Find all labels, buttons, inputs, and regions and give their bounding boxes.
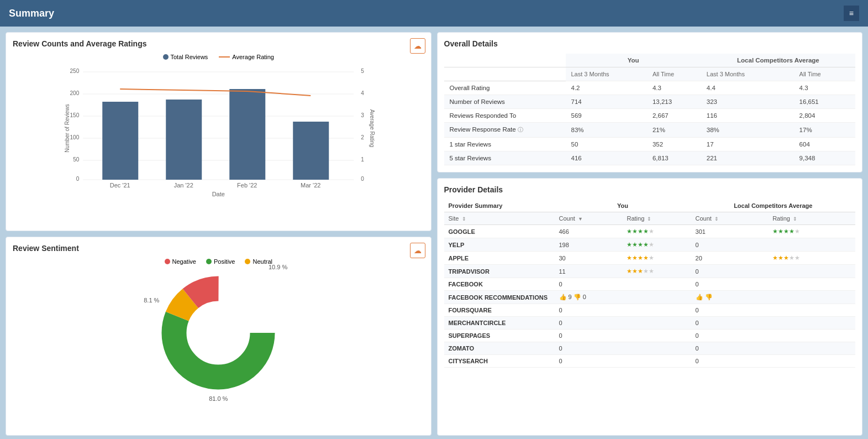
provider-row: MERCHANTCIRCLE 0 0 [444, 317, 856, 330]
provider-you-rating [622, 330, 691, 342]
provider-comp-rating [768, 317, 855, 330]
chart-area: 250 200 150 100 50 0 5 4 3 2 1 0 Number … [13, 65, 424, 197]
comp-3m-value: 323 [701, 95, 794, 109]
avg-rating-line-chart [120, 89, 311, 96]
metric-label: 5 star Reviews [444, 151, 566, 165]
you-rating-col-header[interactable]: Rating ⇕ [622, 212, 691, 225]
provider-site: GOOGLE [444, 225, 555, 238]
comp-count-col-header[interactable]: Count ⇕ [691, 212, 769, 225]
overall-details-table: You Local Competitors Average Last 3 Mon… [444, 54, 856, 165]
provider-comp-count: 0 [691, 330, 769, 342]
provider-you-count: 0 [555, 342, 623, 355]
provider-details-panel: Provider Details Provider Summary You Lo… [437, 178, 863, 436]
review-counts-download-button[interactable]: ☁ [410, 38, 425, 54]
metric-label: Number of Reviews [444, 95, 566, 109]
comp-last3-header: Last 3 Months [701, 67, 794, 81]
provider-row: GOOGLE 466 ★★★★★ 301 ★★★★★ [444, 225, 856, 238]
you-alltime-header: All Time [647, 67, 701, 81]
svg-text:200: 200 [70, 90, 80, 96]
overall-row: Review Response Rate ⓘ 83% 21% 38% 17% [444, 123, 856, 138]
overall-row: Number of Reviews 714 13,213 323 16,651 [444, 95, 856, 109]
main-content: Review Counts and Average Ratings ☁ Tota… [0, 27, 868, 439]
svg-text:Number of Reviews: Number of Reviews [64, 104, 70, 152]
site-sort-icon[interactable]: ⇕ [462, 216, 466, 222]
comp-all-value: 17% [794, 123, 855, 138]
review-sentiment-title: Review Sentiment [13, 244, 424, 253]
provider-comp-rating [768, 342, 855, 355]
donut-wrap: 10.9 % 8.1 % 81.0 % [155, 269, 282, 396]
you-count-sort-icon[interactable]: ▼ [578, 216, 583, 222]
neutral-pct-label: 8.1 % [144, 297, 159, 304]
provider-comp-rating [768, 278, 855, 291]
svg-text:250: 250 [70, 68, 80, 74]
you-rating-sort-icon[interactable]: ⇕ [647, 216, 651, 222]
legend-total-reviews-label: Total Reviews [171, 54, 208, 60]
comp-3m-value: 17 [701, 138, 794, 151]
provider-site: ZOMATO [444, 342, 555, 355]
provider-row: SUPERPAGES 0 0 [444, 330, 856, 342]
provider-you-rating: ★★★★★ [622, 252, 691, 265]
metric-label: 1 star Reviews [444, 138, 566, 151]
provider-comp-count: 20 [691, 252, 769, 265]
comp-3m-value: 4.4 [701, 81, 794, 95]
provider-comp-rating [768, 238, 855, 252]
review-counts-title: Review Counts and Average Ratings [13, 39, 424, 48]
svg-text:50: 50 [73, 156, 80, 163]
menu-button[interactable]: ≡ [844, 6, 859, 21]
provider-details-table: Provider Summary You Local Competitors A… [444, 200, 856, 368]
avg-rating-line [219, 56, 230, 58]
provider-comp-count: 0 [691, 355, 769, 368]
provider-row: FACEBOOK RECOMMENDATIONS 👍 9 👎 0 👍 👎 [444, 291, 856, 304]
sentiment-download-button[interactable]: ☁ [410, 243, 425, 258]
site-col-header[interactable]: Site ⇕ [444, 212, 555, 225]
overall-row: Overall Rating 4.2 4.3 4.4 4.3 [444, 81, 856, 95]
you-3m-value: 83% [566, 123, 647, 138]
svg-text:2: 2 [361, 134, 364, 140]
positive-label: Positive [214, 258, 235, 265]
metric-label: Overall Rating [444, 81, 566, 95]
comp-all-value: 604 [794, 138, 855, 151]
you-count-col-header[interactable]: Count ▼ [555, 212, 623, 225]
comp-rating-col-header[interactable]: Rating ⇕ [768, 212, 855, 225]
neutral-dot [245, 259, 250, 264]
legend-positive: Positive [206, 258, 235, 265]
bar-dec21 [102, 102, 138, 180]
bar-feb22 [229, 89, 265, 180]
svg-text:Feb '22: Feb '22 [237, 182, 257, 189]
provider-comp-count: 301 [691, 225, 769, 238]
provider-summary-header: Provider Summary [444, 200, 555, 212]
comp-all-value: 9,348 [794, 151, 855, 165]
you-3m-value: 50 [566, 138, 647, 151]
overall-row: 5 star Reviews 416 6,813 221 9,348 [444, 151, 856, 165]
provider-you-header: You [555, 200, 691, 212]
provider-you-rating [622, 304, 691, 317]
provider-you-count: 0 [555, 355, 623, 368]
comp-count-sort-icon[interactable]: ⇕ [714, 216, 719, 222]
provider-you-rating: ★★★★★ [622, 225, 691, 238]
sentiment-chart: 10.9 % 8.1 % 81.0 % [13, 269, 424, 396]
provider-you-count: 0 [555, 330, 623, 342]
provider-row: FACEBOOK 0 0 [444, 278, 856, 291]
overall-row: 1 star Reviews 50 352 17 604 [444, 138, 856, 151]
provider-site: FACEBOOK RECOMMENDATIONS [444, 291, 555, 304]
provider-comp-header: Local Competitors Average [691, 200, 855, 212]
you-all-value: 2,667 [647, 109, 701, 123]
svg-text:Date: Date [212, 191, 225, 197]
provider-you-count: 30 [555, 252, 623, 265]
provider-you-rating [622, 355, 691, 368]
metric-label: Reviews Responded To [444, 109, 566, 123]
provider-site: YELP [444, 238, 555, 252]
info-icon[interactable]: ⓘ [518, 127, 523, 133]
comp-rating-sort-icon[interactable]: ⇕ [793, 216, 797, 222]
provider-row: TRIPADVISOR 11 ★★★★★ 0 [444, 265, 856, 278]
provider-comp-rating: ★★★★★ [768, 225, 855, 238]
legend-avg-rating-label: Average Rating [232, 54, 274, 60]
svg-text:Dec '21: Dec '21 [110, 182, 130, 189]
svg-text:100: 100 [70, 134, 80, 140]
donut-hole [193, 308, 243, 358]
bar-mar22 [293, 122, 329, 180]
svg-text:Mar '22: Mar '22 [301, 182, 320, 189]
you-all-value: 21% [647, 123, 701, 138]
provider-comp-count: 👍 👎 [691, 291, 769, 304]
metric-label: Review Response Rate ⓘ [444, 123, 566, 138]
